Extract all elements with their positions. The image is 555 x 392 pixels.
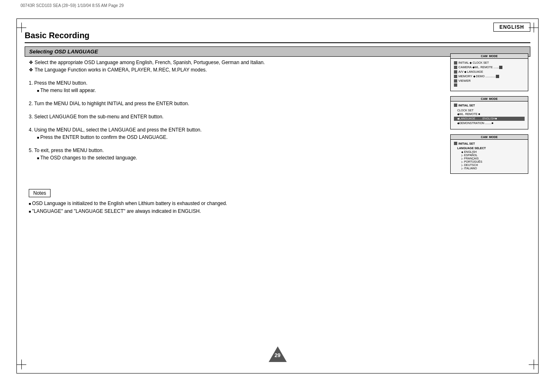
notes-content: OSD Language is initialized to the Engli…: [29, 201, 267, 214]
screen-3: CAM MODE INITIAL SET LANGUAGE SELECT ENG…: [450, 134, 528, 174]
note-item-1: OSD Language is initialized to the Engli…: [29, 201, 267, 206]
step-2: 2. Turn the MENU DIAL to highlight INITI…: [29, 101, 267, 106]
screen-2-title: CAM MODE: [451, 97, 528, 101]
step-5: 5. To exit, press the MENU button. The O…: [29, 148, 267, 161]
file-info: 00743R SCD103 SEA (28~59) 1/10/04 8:55 A…: [21, 3, 124, 8]
border-top: [16, 18, 539, 19]
page-number-triangle: 29: [269, 346, 287, 362]
lang-portugues: PORTUGUÊS: [457, 160, 525, 163]
screen-block: [496, 75, 499, 78]
lang-italiano: ITALIANO: [457, 167, 525, 170]
lang-espanol: ESPAÑOL: [457, 154, 525, 157]
step-3: 3. Select LANGUAGE from the sub-menu and…: [29, 114, 267, 120]
screen-icon: [454, 75, 457, 78]
title-underline: [25, 42, 530, 43]
screen-1-title: CAM MODE: [451, 54, 528, 59]
intro-bullets: Select the appropriate OSD Language amon…: [29, 60, 267, 74]
crosshair-bottom-right: [529, 360, 539, 369]
screen-1: CAM MODE INITIAL ◆ CLOCK SET CAMERA ◆WL.…: [450, 53, 528, 91]
screen-icon: [454, 83, 457, 87]
border-left: [16, 18, 17, 374]
english-badge: ENGLISH: [493, 23, 530, 32]
screen-icon: [454, 70, 457, 74]
note-item-2: "LANGUAGE" and "LANGUAGE SELECT" are alw…: [29, 208, 267, 214]
intro-bullet-1: Select the appropriate OSD Language amon…: [29, 60, 267, 65]
notes-label: Notes: [29, 189, 51, 197]
intro-bullet-2: The Language Function works in CAMERA, P…: [29, 67, 267, 73]
step-1: 1. Press the MENU button. The menu list …: [29, 80, 267, 93]
screen-icon: [454, 104, 457, 107]
crosshair-bottom-left: [16, 360, 26, 369]
screen-3-title: CAM MODE: [451, 135, 528, 140]
border-right: [538, 18, 539, 374]
screen-icon: [454, 66, 457, 69]
lang-deutsch: DEUTSCH: [457, 164, 525, 166]
lang-english: ENGLISH: [457, 150, 525, 153]
page-number-badge: 29: [269, 346, 287, 363]
screens-area: CAM MODE INITIAL ◆ CLOCK SET CAMERA ◆WL.…: [450, 53, 532, 179]
page-title: Basic Recording: [25, 31, 90, 40]
screen-block: [499, 66, 502, 69]
steps-list: 1. Press the MENU button. The menu list …: [29, 80, 267, 168]
screen-icon: [454, 61, 457, 65]
lang-francais: FRANÇAIS: [457, 157, 525, 160]
step-4: 4. Using the MENU DIAL, select the LANGU…: [29, 127, 267, 140]
notes-section: Notes OSD Language is initialized to the…: [29, 189, 267, 216]
screen-2: CAM MODE INITIAL SET CLOCK SET ◆WL. REMO…: [450, 96, 528, 129]
screen-icon: [454, 142, 457, 145]
screen-icon: [454, 79, 457, 83]
border-bottom: [16, 373, 539, 374]
